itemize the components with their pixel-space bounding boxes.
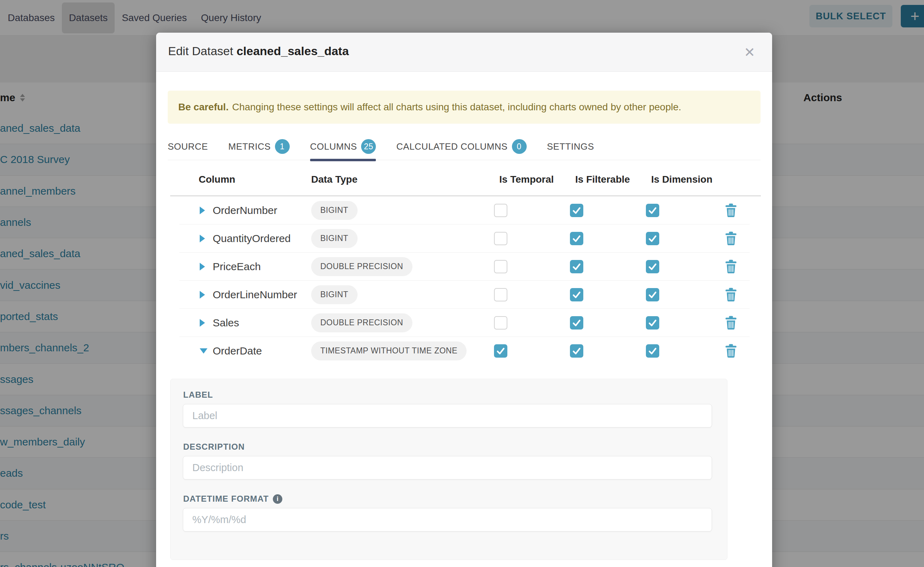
is-filterable-checkbox[interactable] (570, 316, 583, 330)
label-input[interactable] (183, 404, 712, 428)
is-temporal-checkbox[interactable] (494, 260, 507, 273)
datetime-format-heading-text: DATETIME FORMAT (183, 494, 269, 504)
expand-caret-icon[interactable] (200, 348, 208, 353)
modal-tabs: SOURCE METRICS 1 COLUMNS 25 CALCULATED C… (168, 133, 760, 160)
expand-caret-icon[interactable] (200, 263, 205, 270)
is-temporal-checkbox[interactable] (494, 344, 507, 358)
delete-icon[interactable] (725, 203, 737, 218)
is-dimension-checkbox[interactable] (646, 316, 659, 330)
tab-calculated-columns[interactable]: CALCULATED COLUMNS 0 (396, 133, 526, 160)
datetime-format-input[interactable] (183, 508, 712, 531)
is-filterable-checkbox[interactable] (570, 204, 583, 217)
check-icon (571, 205, 582, 216)
delete-icon[interactable] (725, 288, 737, 302)
column-name: OrderNumber (213, 204, 277, 216)
close-icon[interactable]: ✕ (742, 45, 757, 60)
is-temporal-checkbox[interactable] (494, 232, 507, 245)
delete-icon[interactable] (725, 344, 737, 358)
data-type-pill: TIMESTAMP WITHOUT TIME ZONE (311, 342, 467, 360)
tab-count-badge: 0 (512, 139, 527, 154)
delete-icon[interactable] (725, 231, 737, 246)
column-row: QuantityOrdered BIGINT (179, 225, 749, 253)
is-filterable-header: Is Filterable (575, 174, 630, 185)
delete-icon[interactable] (725, 260, 737, 274)
label-field-heading: LABEL (183, 390, 213, 400)
modal-dataset-name: cleaned_sales_data (236, 44, 349, 58)
columns-rows: OrderNumber BIGINT QuantityOrdered BIGIN… (179, 196, 749, 364)
description-input[interactable] (183, 456, 712, 480)
column-header: Column (199, 174, 235, 185)
tab-count-badge: 25 (361, 139, 376, 154)
column-name: QuantityOrdered (213, 232, 291, 244)
data-type-pill: BIGINT (311, 201, 358, 220)
column-edit-panel: LABEL DESCRIPTION DATETIME FORMAT i (170, 379, 727, 560)
check-icon (647, 318, 658, 328)
data-type-header: Data Type (311, 174, 358, 185)
check-icon (571, 233, 582, 244)
expand-caret-icon[interactable] (200, 235, 205, 242)
is-filterable-checkbox[interactable] (570, 232, 583, 245)
modal-title-prefix: Edit Dataset (168, 44, 233, 58)
column-row: OrderDate TIMESTAMP WITHOUT TIME ZONE (179, 337, 749, 364)
check-icon (647, 346, 658, 356)
is-temporal-checkbox[interactable] (494, 288, 507, 302)
tab-settings[interactable]: SETTINGS (547, 133, 594, 160)
check-icon (571, 346, 582, 356)
is-dimension-checkbox[interactable] (646, 204, 659, 217)
is-dimension-header: Is Dimension (651, 174, 712, 185)
is-temporal-header: Is Temporal (499, 174, 554, 185)
column-name: PriceEach (213, 261, 261, 273)
info-icon[interactable]: i (273, 494, 282, 504)
check-icon (495, 346, 506, 356)
column-name: OrderLineNumber (213, 289, 297, 301)
modal-title: Edit Dataset cleaned_sales_data (168, 44, 349, 58)
is-dimension-checkbox[interactable] (646, 344, 659, 358)
modal-header: Edit Dataset cleaned_sales_data ✕ (156, 33, 772, 72)
warning-bold: Be careful. (178, 102, 229, 113)
tab-metrics[interactable]: METRICS 1 (228, 133, 290, 160)
warning-text: Changing these settings will affect all … (232, 102, 681, 113)
column-row: OrderLineNumber BIGINT (179, 281, 749, 309)
column-row: PriceEach DOUBLE PRECISION (179, 253, 749, 281)
check-icon (647, 205, 658, 216)
is-temporal-checkbox[interactable] (494, 204, 507, 217)
column-name: Sales (213, 317, 239, 329)
data-type-pill: BIGINT (311, 229, 358, 248)
expand-caret-icon[interactable] (200, 319, 205, 327)
is-temporal-checkbox[interactable] (494, 316, 507, 330)
is-filterable-checkbox[interactable] (570, 344, 583, 358)
is-dimension-checkbox[interactable] (646, 232, 659, 245)
is-filterable-checkbox[interactable] (570, 288, 583, 302)
check-icon (647, 261, 658, 272)
check-icon (647, 233, 658, 244)
expand-caret-icon[interactable] (200, 291, 205, 298)
data-type-pill: DOUBLE PRECISION (311, 257, 412, 276)
check-icon (571, 318, 582, 328)
datetime-format-heading: DATETIME FORMAT i (183, 494, 282, 504)
tab-columns[interactable]: COLUMNS 25 (310, 133, 376, 160)
description-field-heading: DESCRIPTION (183, 442, 245, 452)
column-row: Sales DOUBLE PRECISION (179, 309, 749, 337)
is-dimension-checkbox[interactable] (646, 260, 659, 273)
check-icon (571, 290, 582, 300)
tab-count-badge: 1 (275, 139, 290, 154)
column-row: OrderNumber BIGINT (179, 196, 749, 225)
edit-dataset-modal: Edit Dataset cleaned_sales_data ✕ Be car… (156, 33, 772, 567)
tab-source[interactable]: SOURCE (168, 133, 208, 160)
is-filterable-checkbox[interactable] (570, 260, 583, 273)
check-icon (571, 261, 582, 272)
warning-banner: Be careful. Changing these settings will… (168, 91, 760, 124)
delete-icon[interactable] (725, 316, 737, 330)
column-name: OrderDate (213, 345, 262, 357)
data-type-pill: BIGINT (311, 285, 358, 304)
check-icon (647, 290, 658, 300)
data-type-pill: DOUBLE PRECISION (311, 314, 412, 332)
is-dimension-checkbox[interactable] (646, 288, 659, 302)
expand-caret-icon[interactable] (200, 207, 205, 214)
